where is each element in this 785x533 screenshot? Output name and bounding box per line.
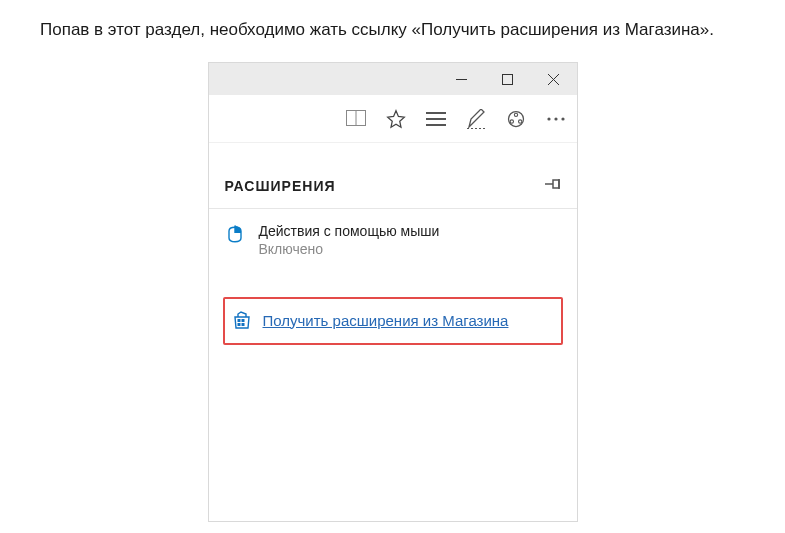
maximize-button[interactable] [485,63,531,95]
favorites-icon[interactable] [385,108,407,130]
svg-rect-21 [237,319,240,322]
pin-icon [545,177,561,191]
extensions-panel-header: РАСШИРЕНИЯ [209,167,577,209]
share-icon[interactable] [505,108,527,130]
svg-point-10 [508,111,523,126]
mouse-gestures-icon [227,223,245,243]
extension-status: Включено [259,241,440,257]
minimize-button[interactable] [439,63,485,95]
svg-point-13 [518,119,521,122]
svg-rect-22 [241,319,244,322]
get-extensions-highlight: Получить расширения из Магазина [223,297,563,345]
svg-rect-18 [553,180,559,188]
svg-point-12 [510,119,513,122]
svg-rect-24 [241,323,244,326]
titlebar [209,63,577,95]
svg-point-14 [547,117,550,120]
pin-button[interactable] [545,177,561,194]
svg-rect-23 [237,323,240,326]
store-icon [233,311,251,329]
extension-item[interactable]: Действия с помощью мыши Включено [209,209,577,267]
notes-icon[interactable] [465,108,487,130]
maximize-icon [502,74,513,85]
minimize-icon [456,74,467,85]
svg-point-16 [561,117,564,120]
hub-icon[interactable] [425,108,447,130]
get-extensions-link[interactable]: Получить расширения из Магазина [263,312,509,329]
svg-point-11 [514,113,517,116]
close-button[interactable] [531,63,577,95]
toolbar [209,95,577,143]
svg-point-15 [554,117,557,120]
more-icon[interactable] [545,108,567,130]
close-icon [548,74,559,85]
svg-rect-1 [503,74,513,84]
extensions-title: РАСШИРЕНИЯ [225,178,336,194]
edge-window: РАСШИРЕНИЯ Действия с помощью мыши Включ… [208,62,578,522]
extension-name: Действия с помощью мыши [259,223,440,239]
page-caption: Попав в этот раздел, необходимо жать ссы… [40,20,745,40]
reading-view-icon[interactable] [345,108,367,130]
